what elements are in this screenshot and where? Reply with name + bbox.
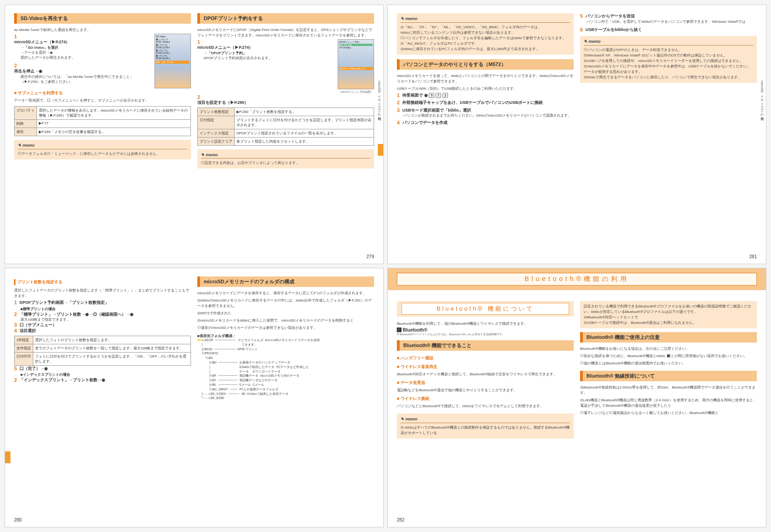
microsd-l1: ◎biblioのmicroSDメモリカードに保存するデータの中には、biblio… [197,298,374,309]
dpof-caption: 《DPOFプリント予約画面》 [338,90,374,94]
p280-step2-desc: 最大100枚まで指定できます。 [21,317,191,322]
step-1-text: microSDメニュー（▶P.274） [14,39,144,45]
bt-cando-header: Bluetooth® 機能でできること [397,340,574,351]
bt-right-memo: 設定されている機器で利用できるBluetooth®プロファイルをお使いの機器の取… [580,301,757,328]
microsd-l3: ◎microSDメモリカードをbiblioに挿入した状態で、microSDメモリ… [197,318,374,323]
p280-step5-sq: ■インデックスプリントの場合 [21,372,191,377]
bt-wireless-t2: ◎LAN機器とBluetooth®機器は同じ周波数帯（2.4 GHz）を使用する… [580,398,757,409]
au-media-text: au Media Tunerで録画した番組を再生します。 [14,27,191,33]
microsd-l4: ◎通常のmicroSDメモリカードのデータは参照できない場合があります。 [197,325,374,331]
p280-step2: 「標準プリント」→プリント枚数→◉→◎（確認画面へ）→◉ [20,312,190,317]
dpof-step1-sub: →「DPOFプリント予約」 [204,51,247,55]
side-marker [378,144,383,156]
memo-title: memo [18,143,187,149]
bt-sq4-desc: パソコンなどとBluetooth®で接続して、biblioをワイヤレスでモデムと… [397,404,574,409]
p281-step2: 外部接続端子キャップをあけ、USBケーブルでパソコンのUSBポートに接続 [402,100,573,106]
bt-sq4: ワイヤレス接続 [397,396,574,402]
page-280: microSDメモリカードの利用 プリント枚数を指定する 選択したフォトデータの… [5,268,384,527]
bt-wireless-t3: ◎電子レンジなどの電気製品からなるべく離してお使いください。Bluetooth®… [580,410,757,416]
memo-folders: memo ◎「BU」「DF」「EF」「ML」「SD_VIDEO」「SD_BIND… [397,13,574,55]
p281-step1: 待受画面で ◉ 5 7 2 [402,92,573,98]
sd-video-header: SD-Videoを再生する [14,13,191,24]
p281-step3: USBモード選択画面で「biblio」選択 [402,107,573,113]
submenu-desc: データ一覧画面で、囗（サブメニュー）を押すと、サブメニューが表示されます。 [14,98,191,103]
microsd-l2: ◎M572で作成された [197,311,374,316]
pc-desc1: microSDメモリカードを使って、biblioとパソコンとの間でデータをやりと… [397,73,574,84]
bt-sq3-desc: 電話帳などをBluetooth®通信で他の機器とやりとりすることができます。 [397,388,574,393]
bt-caution-header: Bluetooth® 機能ご使用上の注意 [580,332,757,343]
dpof-step2: 項目を設定する（▶P.280） [197,100,368,106]
step-1-arrow: →データを選択→◉ [21,50,151,55]
side-tab-right: microSDメモリカードの利用 [376,78,382,118]
p281-step6: USBケーブルをbiblioから抜く [586,27,756,33]
page-number-282: 282 [397,517,405,522]
p281-step5-desc: パソコン内で「USB」を選択してbiblioのデータをパソコンで参照できます。W… [586,19,757,24]
microsd-intro: microSDメモリカードにデータを保存すると、保存するデータに応じて2つのフォ… [197,291,374,296]
side-tab-right-281: microSDメモリカードの利用 [759,78,765,118]
p281-step5: パソコンからデータを送信 [586,13,756,19]
print-count-header: プリント枚数を指定する [14,279,191,285]
page-number-280: 280 [14,517,22,522]
p281-step4: パソコンでデータを作成 [402,120,573,126]
p280-step2b: 「インデックスプリント」→プリント枚数→◉ [20,377,190,383]
bt-about-box: Bluetooth® 機能について [397,301,574,317]
dpof-intro: microSDメモリカードにDPOF（Digital Print Order F… [197,27,374,38]
bt-about-title: Bluetooth® 機能について [401,303,569,315]
folder-tree: 📁▸▢DCIM ─────────── デジカメフォルダ microSDメモリカ… [197,338,374,401]
bt-caution-b1: ◎良好な接続を保つために、Bluetooth®機器とbiblio 🔳との間に障害… [580,353,757,359]
step-1-sub: →「SD-Video」を選択 [21,46,58,50]
step-2-text: 再生を停止→◉ [14,68,144,74]
pc-desc2: USBケーブルWIN（別売）でUSB接続したときのみご利用いただけます。 [397,86,574,92]
bt-wireless-header: Bluetooth® 無線技術について [580,371,757,381]
p280-step5: 囗（完了）→◉ [20,366,190,372]
phone-screenshot-sdvideo: SD-Video▣ △○×△○×07/07 10:38 ∂▣ ○×△○×△07/… [154,34,191,88]
bt-sq1: ハンズフリー通話 [397,355,574,361]
tree-header: ■保存先フォルダ構成： [197,333,374,338]
chapter-title: Bluetooth®機能の利用 [397,273,757,286]
page-281: microSDメモリカードの利用 memo ◎「BU」「DF」「EF」「ML」「… [387,5,766,264]
bt-sq2-desc: Bluetooth®対応オーディオ機器と接続して、Bluetooth®経由で音楽… [397,372,574,377]
p280-step1-sq: ■標準プリントの場合 [21,307,191,312]
bt-sq2: ワイヤレス音楽再生 [397,364,574,370]
page-282: Bluetooth®機能の利用 Bluetooth® 機能について Blueto… [387,268,766,527]
dpof-step1-desc: DPOFプリント予約画面が表示されます。 [204,56,334,61]
memo-sdvideo: memo ◎データフォルダの「ミュージック」に保存したデータもビデオには反映され… [14,140,191,159]
step-1-num: 1 [14,34,20,39]
step-2-num: 2 [14,63,20,68]
bt-sq3: データ送受信 [397,380,574,386]
chapter-band: Bluetooth®機能の利用 [388,268,766,290]
p280-table: 1件指定選択したフォトのプリント枚数を指定します。 全件指定全てのフォトデータの… [14,336,191,366]
memo-dpof: memo ◎設定できる内容は、お店やプリンタによって異なります。 [197,149,374,169]
bt-caution-txt: Bluetooth®機能をお使いになる場合は、次の点にご注意ください。 [580,346,757,352]
step-1-desc: 選択したデータが再生されます。 [21,55,151,60]
memo-usb: memo ◎パソコンの電源がOFFのときは、データ転送できません。 ◎Windo… [580,36,757,83]
dpof-header: DPOFプリント予約をする [197,13,374,24]
bt-trademark: ※ Bluetooth®ワードマークおよびロゴは、Bluetooth SIG, … [397,332,574,337]
dpof-step1: microSDメニュー（▶P.274） [197,45,328,51]
bt-wireless-t1: ◎Bluetooth®無線技術は2.4GHz帯を使用して、約10m、Blueto… [580,385,757,396]
microsd-struct-header: microSDメモリカードのフォルダの構成 [197,276,374,287]
page-number-281: 281 [749,254,757,259]
p280-step1: DPOFプリント予約画面→「プリント枚数指定」 [20,300,190,306]
page-279: microSDメモリカードの利用 SD-Videoを再生する au Media … [5,5,384,264]
side-marker-280 [5,451,10,463]
bt-caution-b2: ◎他の機器とはBluetooth®機能の通信範囲内でお使いください。 [580,361,757,366]
memo-bt: memo ◎ biblioはすべてのBluetooth®機器との接続動作を保証す… [397,414,574,439]
sdvideo-table: プロパティ選択したデータの情報を表示します。microSDメモリカードに保存され… [14,106,191,136]
pc-data-header: パソコンとデータのやりとりをする（M572） [397,59,574,70]
page-number: 279 [366,254,374,259]
submenu-header: サブメニューを利用する [14,90,191,96]
p280-step4: 項目選択 [20,328,190,334]
p280-step3: 囗（サブメニュー） [20,322,190,328]
p281-step3-desc: パソコンが接続されるまでお待ちください。biblioのmicroSDメモリカード… [403,113,574,118]
bt-logo: 🅱 Bluetooth® [397,327,574,332]
step-2-desc: 再生中の操作については、「au Media Tunerで再生中にできること」（▶… [21,74,151,84]
print-desc: 選択したフォトデータのプリント枚数を指定します（「標準プリント」）。まとめてプリ… [14,288,191,299]
phone-screenshot-dpof: DPOFプリント予約 ▸ｻｲｽﾞ 4*2″ 指定 ▸予約状況確認 決定ボタンで … [338,39,374,89]
dpof-table: プリント枚数指定▶P.280「プリント枚数を指定する」 日付指定プリントするフォ… [197,107,374,146]
bt-intro: Bluetooth®機能を利用して、他のBluetooth®機器とワイヤレスで接… [397,321,574,327]
